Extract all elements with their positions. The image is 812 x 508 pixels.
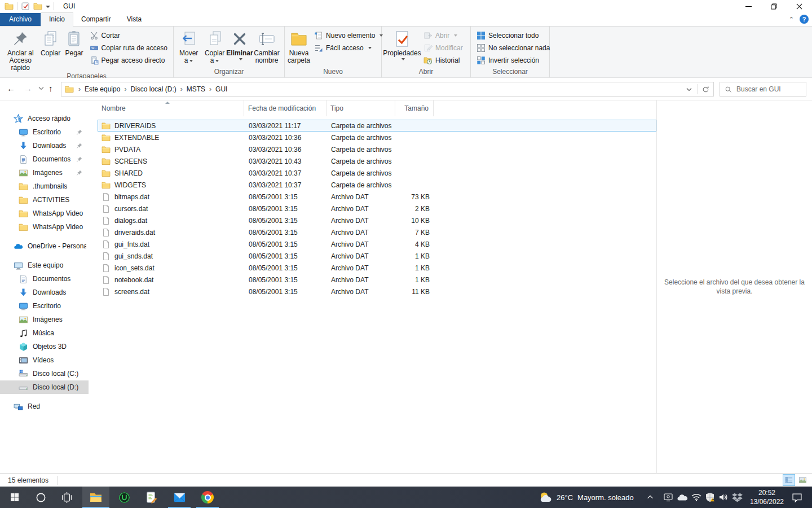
- tray-chevron-button[interactable]: [646, 487, 654, 508]
- column-header-tipo[interactable]: Tipo: [326, 100, 395, 116]
- paste-button[interactable]: Pegar: [63, 28, 86, 57]
- invert-selection-button[interactable]: Invertir selección: [473, 54, 553, 67]
- back-button[interactable]: ←: [7, 83, 15, 94]
- open-button[interactable]: Abrir: [420, 29, 466, 42]
- sidebar-item-v-deos[interactable]: Vídeos: [0, 353, 89, 367]
- history-button[interactable]: Historial: [420, 54, 466, 67]
- breadcrumb-item-este-equipo[interactable]: Este equipo: [84, 85, 121, 93]
- column-header-tamano[interactable]: Tamaño: [395, 100, 434, 116]
- file-row-gui-fnts-dat[interactable]: gui_fnts.dat08/05/2001 3:15Archivo DAT4 …: [98, 238, 656, 250]
- history-dropdown-icon[interactable]: [38, 86, 44, 90]
- file-row-cursors-dat[interactable]: cursors.dat08/05/2001 3:15Archivo DAT2 K…: [98, 203, 656, 214]
- file-row-screens[interactable]: SCREENS03/03/2021 10:43Carpeta de archiv…: [98, 155, 656, 167]
- select-all-button[interactable]: Seleccionar todo: [473, 29, 553, 42]
- sidebar-item-acceso-r-pido[interactable]: Acceso rápido: [0, 112, 89, 125]
- file-row-driveraids-dat[interactable]: driveraids.dat08/05/2001 3:15Archivo DAT…: [98, 226, 656, 238]
- new-folder-button[interactable]: Nueva carpeta: [287, 28, 311, 64]
- task-view-button[interactable]: [53, 487, 80, 508]
- minimize-button[interactable]: [736, 0, 761, 12]
- sidebar-item-escritorio[interactable]: Escritorio: [0, 125, 89, 139]
- sidebar-item-documentos[interactable]: Documentos: [0, 152, 89, 166]
- up-button[interactable]: ↑: [48, 83, 53, 94]
- help-icon[interactable]: ?: [800, 15, 809, 24]
- sidebar-item-activities[interactable]: ACTIVITIES: [0, 193, 89, 207]
- sidebar-item-documentos[interactable]: Documentos: [0, 272, 89, 286]
- editor-app-taskbar-button[interactable]: [138, 487, 165, 508]
- paste-shortcut-button[interactable]: Pegar acceso directo: [86, 54, 171, 67]
- file-row-shared[interactable]: SHARED03/03/2021 10:37Carpeta de archivo…: [98, 167, 656, 179]
- sidebar-item-m-sica[interactable]: Música: [0, 326, 89, 340]
- iobit-uninstaller-taskbar-button[interactable]: [111, 487, 138, 508]
- sidebar-item-objetos-3d[interactable]: Objetos 3D: [0, 340, 89, 353]
- tray-security-button[interactable]: [705, 487, 715, 508]
- notification-center-button[interactable]: [792, 487, 802, 508]
- column-header-fecha[interactable]: Fecha de modificación: [244, 100, 326, 116]
- breadcrumb-box[interactable]: ›Este equipo›Disco local (D:)›MSTS›GUI: [61, 82, 714, 97]
- chrome-taskbar-button[interactable]: [194, 487, 221, 508]
- file-row-extendable[interactable]: EXTENDABLE03/03/2021 10:36Carpeta de arc…: [98, 132, 656, 143]
- sidebar-item-disco-local-d[interactable]: Disco local (D:): [0, 380, 89, 394]
- file-row-gui-snds-dat[interactable]: gui_snds.dat08/05/2001 3:15Archivo DAT1 …: [98, 250, 656, 262]
- tray-wifi-button[interactable]: [691, 487, 701, 508]
- sidebar-item-este-equipo[interactable]: Este equipo: [0, 259, 89, 272]
- taskbar-weather[interactable]: 26°C Mayorm. soleado: [539, 487, 634, 508]
- sidebar-item-im-genes[interactable]: Imágenes: [0, 313, 89, 326]
- tray-onedrive-button[interactable]: [677, 487, 688, 508]
- tab-vista[interactable]: Vista: [119, 13, 149, 26]
- file-row-widgets[interactable]: WIDGETS03/03/2021 10:37Carpeta de archiv…: [98, 179, 656, 191]
- file-row-driveraids[interactable]: DRIVERAIDS03/03/2021 11:17Carpeta de arc…: [98, 120, 656, 132]
- tab-inicio[interactable]: Inicio: [41, 12, 73, 27]
- edit-button[interactable]: Modificar: [420, 42, 466, 54]
- select-none-button[interactable]: No seleccionar nada: [473, 42, 553, 54]
- properties-button[interactable]: Propiedades: [384, 28, 420, 60]
- sidebar-item-whatsapp-video[interactable]: WhatsApp Video: [0, 207, 89, 220]
- sidebar-item-whatsapp-video[interactable]: WhatsApp Video: [0, 220, 89, 234]
- sidebar-item-onedrive-personal[interactable]: OneDrive - Personal: [0, 239, 89, 253]
- sidebar-item-downloads[interactable]: Downloads: [0, 286, 89, 299]
- details-view-button[interactable]: [783, 474, 795, 486]
- copy-button[interactable]: Copiar: [39, 28, 63, 57]
- sidebar-item-downloads[interactable]: Downloads: [0, 139, 89, 152]
- forward-button[interactable]: →: [24, 83, 32, 94]
- search-box[interactable]: [720, 82, 806, 97]
- breadcrumb-item-gui[interactable]: GUI: [215, 85, 228, 93]
- tray-volume-button[interactable]: [718, 487, 729, 508]
- tab-compartir[interactable]: Compartir: [73, 13, 119, 26]
- easy-access-button[interactable]: Fácil acceso: [311, 42, 386, 54]
- copy-to-button[interactable]: Copiar a: [201, 28, 228, 64]
- sidebar-item-thumbnails[interactable]: .thumbnails: [0, 179, 89, 193]
- file-row-bitmaps-dat[interactable]: bitmaps.dat08/05/2001 3:15Archivo DAT73 …: [98, 191, 656, 203]
- search-input[interactable]: [736, 85, 798, 93]
- sidebar-item-im-genes[interactable]: Imágenes: [0, 166, 89, 179]
- tray-dropbox-button[interactable]: [732, 487, 743, 508]
- qat-dropdown-icon[interactable]: [46, 6, 50, 8]
- thumbnails-view-button[interactable]: [796, 474, 809, 486]
- sidebar-item-escritorio[interactable]: Escritorio: [0, 299, 89, 313]
- rename-button[interactable]: Cambiar nombre: [251, 28, 282, 64]
- file-row-notebook-dat[interactable]: notebook.dat08/05/2001 3:15Archivo DAT1 …: [98, 274, 656, 286]
- file-row-icon-sets-dat[interactable]: icon_sets.dat08/05/2001 3:15Archivo DAT1…: [98, 262, 656, 274]
- delete-button[interactable]: Eliminar: [228, 28, 251, 60]
- pin-quick-access-button[interactable]: Anclar al Acceso rápido: [2, 28, 39, 72]
- collapse-ribbon-icon[interactable]: ⌃: [789, 16, 794, 23]
- breadcrumb-item-disco-local-d[interactable]: Disco local (D:): [130, 85, 176, 93]
- breadcrumb-item-msts[interactable]: MSTS: [186, 85, 206, 93]
- sidebar-item-disco-local-c[interactable]: Disco local (C:): [0, 367, 89, 380]
- taskbar-clock[interactable]: 20:52 13/06/2022: [744, 488, 789, 506]
- cortana-button[interactable]: [27, 487, 54, 508]
- file-row-pvdata[interactable]: PVDATA03/03/2021 10:36Carpeta de archivo…: [98, 143, 656, 155]
- mail-taskbar-button[interactable]: [166, 487, 193, 508]
- tray-connect-button[interactable]: [663, 487, 673, 508]
- cut-button[interactable]: Cortar: [86, 29, 171, 42]
- restore-button[interactable]: [761, 0, 787, 12]
- move-to-button[interactable]: Mover a: [176, 28, 201, 64]
- file-row-dialogs-dat[interactable]: dialogs.dat08/05/2001 3:15Archivo DAT10 …: [98, 214, 656, 226]
- start-button[interactable]: [1, 487, 28, 508]
- column-header-nombre[interactable]: Nombre: [98, 100, 244, 116]
- copy-path-button[interactable]: W... Copiar ruta de acceso: [86, 42, 171, 54]
- file-row-screens-dat[interactable]: screens.dat08/05/2001 3:15Archivo DAT11 …: [98, 286, 656, 297]
- new-folder-qat-icon[interactable]: [33, 2, 42, 11]
- properties-check-icon[interactable]: [21, 2, 30, 11]
- file-explorer-taskbar-button[interactable]: [82, 487, 109, 508]
- new-item-button[interactable]: Nuevo elemento: [311, 29, 386, 42]
